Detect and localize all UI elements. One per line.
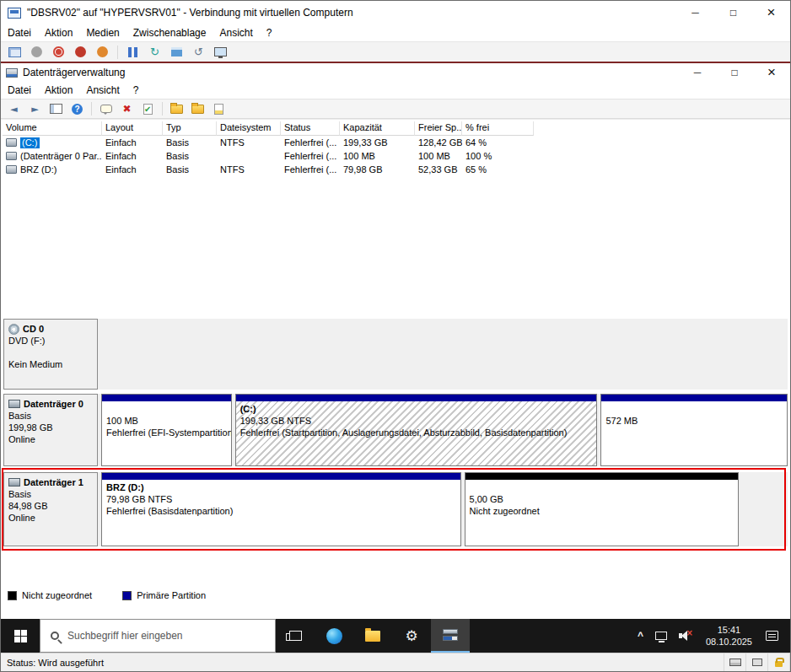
- cell-frei: 64 %: [462, 136, 534, 149]
- shutdown-icon[interactable]: [73, 45, 88, 59]
- cell-freier-sp: 52,33 GB: [415, 163, 462, 176]
- taskbar: Suchbegriff hier eingeben ⚙ ^ × 15:41 08…: [1, 619, 790, 653]
- system-tray: ^ × 15:41 08.10.2025: [632, 619, 790, 653]
- checklist-icon[interactable]: [141, 102, 155, 116]
- cd-name: CD 0: [23, 323, 44, 335]
- drive-icon: [6, 152, 17, 160]
- checkpoint-icon[interactable]: [170, 45, 184, 59]
- dm-close-button[interactable]: ×: [753, 63, 790, 82]
- task-view-button[interactable]: [276, 619, 315, 653]
- reset-icon[interactable]: ↻: [148, 45, 162, 59]
- disk0-partitions: 100 MB Fehlerfrei (EFI-Systempartition) …: [98, 394, 788, 466]
- dm-menu-aktion[interactable]: Aktion: [38, 82, 79, 99]
- vm-title-bar: "DBSRV02" auf "HYPERVSRV01" - Verbindung…: [1, 1, 790, 24]
- folder-up-icon[interactable]: [170, 102, 184, 116]
- tray-chevron-button[interactable]: ^: [632, 619, 649, 653]
- save-icon[interactable]: [95, 45, 110, 59]
- graphical-view: CD 0 DVD (F:) Kein Medium Datenträger 0 …: [1, 317, 790, 619]
- column-header-layout[interactable]: Layout: [102, 121, 163, 136]
- maximize-button[interactable]: □: [714, 1, 752, 24]
- column-header-dateisystem[interactable]: Dateisystem: [217, 121, 281, 136]
- column-header-freier-sp[interactable]: Freier Sp...: [415, 121, 462, 136]
- column-header-volume[interactable]: Volume: [3, 121, 102, 136]
- column-header-typ[interactable]: Typ: [163, 121, 217, 136]
- dm-title-bar: Datenträgerverwaltung ─ □ ×: [1, 63, 790, 82]
- cell-freier-sp: 128,42 GB: [415, 136, 462, 149]
- vm-status-text: Status: Wird ausgeführt: [1, 653, 724, 671]
- disk0-type: Basis: [8, 410, 95, 422]
- ctrl-alt-del-icon[interactable]: [8, 45, 22, 59]
- partition-brz-d[interactable]: BRZ (D:) 79,98 GB NTFS Fehlerfrei (Basis…: [101, 472, 461, 546]
- vm-menu-datei[interactable]: Datei: [1, 24, 38, 41]
- gear-icon: ⚙: [405, 629, 417, 643]
- disk1-partitions: BRZ (D:) 79,98 GB NTFS Fehlerfrei (Basis…: [98, 472, 788, 546]
- partition-efi-system[interactable]: 100 MB Fehlerfrei (EFI-Systempartition): [101, 394, 232, 466]
- dm-menu-help[interactable]: ?: [126, 82, 146, 99]
- pause-icon[interactable]: [126, 45, 140, 59]
- partition-capacity: 5,00 GB: [470, 493, 734, 505]
- partition-capacity: 79,98 GB NTFS: [106, 493, 456, 505]
- partition-recovery[interactable]: 572 MB: [600, 394, 788, 466]
- disk-management-taskbar-button[interactable]: [431, 619, 470, 653]
- action-center-button[interactable]: [760, 619, 784, 653]
- turn-off-icon[interactable]: [51, 45, 66, 59]
- vm-menu-zwischenablage[interactable]: Zwischenablage: [126, 24, 213, 41]
- column-header-frei[interactable]: % frei: [462, 121, 534, 136]
- clock-time: 15:41: [718, 624, 741, 636]
- cell-status: Fehlerfrei (...: [281, 149, 340, 163]
- dm-menu-ansicht[interactable]: Ansicht: [79, 82, 126, 99]
- close-button[interactable]: ×: [752, 1, 790, 24]
- disk1-name: Datenträger 1: [24, 476, 83, 488]
- disk0-size: 199,98 GB: [8, 422, 95, 433]
- cell-frei: 100 %: [462, 149, 534, 163]
- disk0-panel[interactable]: Datenträger 0 Basis 199,98 GB Online: [3, 394, 98, 466]
- cell-dateisystem: [217, 149, 281, 163]
- cell-dateisystem: NTFS: [217, 136, 281, 149]
- console-tree-icon[interactable]: [49, 102, 63, 116]
- column-header-kapazitaet[interactable]: Kapazität: [340, 121, 415, 136]
- vm-menu-aktion[interactable]: Aktion: [38, 24, 79, 41]
- cd0-panel[interactable]: CD 0 DVD (F:) Kein Medium: [3, 319, 98, 390]
- disk1-panel[interactable]: Datenträger 1 Basis 84,98 GB Online: [3, 472, 98, 546]
- hard-disk-icon: [8, 400, 20, 408]
- disk-management-icon: [443, 629, 458, 641]
- column-header-status[interactable]: Status: [281, 121, 340, 136]
- vm-menu-help[interactable]: ?: [260, 24, 279, 41]
- folder-icon: [365, 631, 380, 642]
- folder-view-icon[interactable]: [191, 102, 205, 116]
- volume-row-c[interactable]: (C:): [3, 136, 102, 149]
- network-button[interactable]: [649, 619, 673, 653]
- dm-window-controls: ─ □ ×: [679, 63, 790, 82]
- volume-button[interactable]: ×: [673, 619, 698, 653]
- vm-menu-medien[interactable]: Medien: [79, 24, 126, 41]
- drive-icon: [6, 138, 17, 147]
- dm-minimize-button[interactable]: ─: [679, 63, 716, 82]
- cell-typ: Basis: [163, 163, 217, 176]
- revert-icon[interactable]: ↺: [191, 45, 206, 59]
- file-explorer-button[interactable]: [353, 619, 392, 653]
- delete-volume-icon[interactable]: ✖: [120, 102, 134, 116]
- volume-row-efi[interactable]: (Datenträger 0 Par...: [3, 149, 102, 163]
- back-arrow-icon[interactable]: ◄: [7, 102, 21, 116]
- volume-row-brz[interactable]: BRZ (D:): [3, 163, 102, 176]
- start-button[interactable]: [1, 619, 40, 653]
- taskbar-clock[interactable]: 15:41 08.10.2025: [698, 624, 760, 648]
- start-icon[interactable]: [30, 45, 44, 59]
- dm-menu-datei[interactable]: Datei: [1, 82, 38, 99]
- edge-button[interactable]: [315, 619, 353, 653]
- forward-arrow-icon[interactable]: ►: [28, 102, 42, 116]
- minimize-button[interactable]: ─: [676, 1, 714, 24]
- vm-menu-ansicht[interactable]: Ansicht: [213, 24, 259, 41]
- properties-note-icon[interactable]: [212, 102, 226, 116]
- speech-bubble-icon[interactable]: [99, 102, 113, 116]
- legend-label-primary: Primäre Partition: [137, 590, 206, 600]
- windows-logo-icon: [14, 630, 27, 642]
- settings-button[interactable]: ⚙: [392, 619, 431, 653]
- partition-c[interactable]: (C:) 199,33 GB NTFS Fehlerfrei (Startpar…: [235, 394, 598, 466]
- help-icon[interactable]: ?: [70, 102, 84, 116]
- search-box[interactable]: Suchbegriff hier eingeben: [40, 619, 276, 653]
- dm-restore-button[interactable]: □: [716, 63, 753, 82]
- volume-list: Volume Layout Typ Dateisystem Status Kap…: [1, 119, 790, 317]
- enhanced-session-icon[interactable]: [213, 45, 228, 59]
- partition-unallocated[interactable]: 5,00 GB Nicht zugeordnet: [465, 472, 740, 546]
